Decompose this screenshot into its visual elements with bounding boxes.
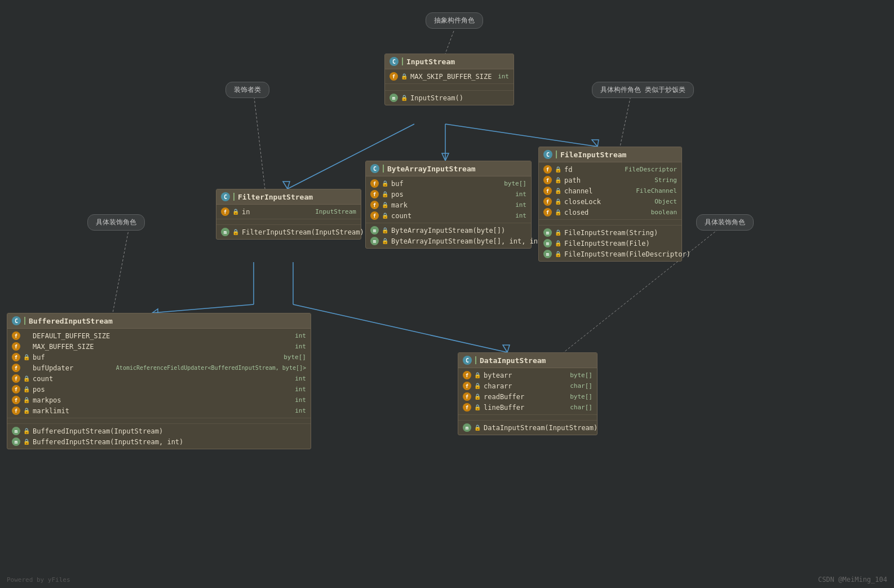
method-name: ByteArrayInputStream(byte[]) bbox=[391, 227, 526, 235]
class-InputStream-header: C InputStream bbox=[385, 54, 514, 69]
lock-icon: 🔒 bbox=[474, 372, 481, 379]
field-row: f 🔒 marklimit int bbox=[7, 405, 311, 416]
watermark2: Powered by yFiles bbox=[7, 576, 70, 583]
field-type: byte[] bbox=[504, 180, 526, 187]
field-name: count bbox=[33, 375, 292, 383]
class-FilterInputStream-fields: f 🔒 in InputStream bbox=[216, 205, 361, 219]
diagram-container: 抽象构件角色 装饰者类 具体构件角色 类似于炒饭类 具体装饰角色 具体装饰角色 … bbox=[0, 0, 894, 588]
method-row: m 🔒 ByteArrayInputStream(byte[], int, in… bbox=[366, 236, 531, 246]
svg-line-13 bbox=[254, 93, 265, 189]
field-row: f 🔒 bytearr byte[] bbox=[458, 370, 597, 381]
class-DataInputStream-name: DataInputStream bbox=[480, 356, 546, 365]
class-InputStream-spacer bbox=[385, 84, 514, 91]
field-icon-f: f bbox=[12, 374, 20, 383]
svg-line-10 bbox=[293, 304, 507, 352]
class-ByteArrayInputStream: C ByteArrayInputStream f 🔒 buf byte[] f … bbox=[365, 161, 532, 249]
field-type: int bbox=[515, 191, 526, 198]
field-row: f 🔒 readBuffer byte[] bbox=[458, 391, 597, 402]
class-FileInputStream-header: C FileInputStream bbox=[539, 147, 681, 162]
method-name: FileInputStream(FileDescriptor) bbox=[564, 250, 691, 258]
label-abstract-role: 抽象构件角色 bbox=[426, 12, 483, 29]
field-icon-f: f bbox=[221, 207, 229, 216]
field-icon-f: f bbox=[370, 211, 379, 220]
class-FilterInputStream-spacer bbox=[216, 219, 361, 225]
method-name: DataInputStream(InputStream) bbox=[484, 424, 598, 432]
field-name: bufUpdater bbox=[33, 364, 113, 372]
field-icon-f: f bbox=[12, 396, 20, 404]
field-name: MAX_BUFFER_SIZE bbox=[33, 343, 292, 351]
method-row: m 🔒 BufferedInputStream(InputStream) bbox=[7, 426, 311, 436]
method-icon-m: m bbox=[390, 94, 398, 102]
class-FilterInputStream-methods: m 🔒 FilterInputStream(InputStream) bbox=[216, 225, 361, 239]
field-name: DEFAULT_BUFFER_SIZE bbox=[33, 332, 292, 340]
label-decorator-class: 装饰者类 bbox=[225, 82, 269, 98]
class-badge-c: C bbox=[12, 316, 21, 325]
class-InputStream-name: InputStream bbox=[406, 58, 455, 66]
class-ByteArrayInputStream-fields: f 🔒 buf byte[] f 🔒 pos int f 🔒 mark int … bbox=[366, 176, 531, 223]
lock-icon: 🔒 bbox=[474, 404, 481, 411]
field-type: int bbox=[295, 407, 306, 414]
method-icon-m: m bbox=[370, 237, 379, 245]
field-name: readBuffer bbox=[484, 393, 567, 401]
badge-divider bbox=[556, 151, 557, 158]
svg-line-7 bbox=[152, 304, 254, 313]
lock-green-icon: 🔒 bbox=[382, 227, 388, 234]
field-icon-f: f bbox=[370, 179, 379, 188]
method-name: InputStream() bbox=[410, 94, 509, 102]
field-row: f 🔒 path String bbox=[539, 175, 681, 185]
lock-icon: 🔒 bbox=[23, 375, 30, 382]
svg-marker-3 bbox=[592, 140, 599, 147]
lock-green-icon: 🔒 bbox=[555, 229, 561, 236]
field-icon-f: f bbox=[390, 72, 398, 81]
field-name: bytearr bbox=[484, 372, 567, 379]
lock-icon: 🔒 bbox=[382, 191, 388, 198]
method-row: m 🔒 DataInputStream(InputStream) bbox=[458, 422, 597, 433]
field-icon-f: f bbox=[12, 331, 20, 340]
field-type: Object bbox=[654, 198, 677, 205]
field-row: f 🔒 closeLock Object bbox=[539, 196, 681, 207]
lock-icon: 🔒 bbox=[382, 180, 388, 187]
field-row: f 🔒 lineBuffer char[] bbox=[458, 402, 597, 413]
method-row: m 🔒 FileInputStream(String) bbox=[539, 227, 681, 238]
class-BufferedInputStream-methods: m 🔒 BufferedInputStream(InputStream) m 🔒… bbox=[7, 424, 311, 449]
class-badge-c: C bbox=[543, 150, 552, 159]
field-type: byte[] bbox=[284, 353, 306, 361]
class-BufferedInputStream: C BufferedInputStream f DEFAULT_BUFFER_S… bbox=[7, 313, 311, 449]
lock-icon: 🔒 bbox=[555, 198, 561, 205]
lock-icon: 🔒 bbox=[23, 397, 30, 404]
field-type: int bbox=[295, 396, 306, 404]
field-row: f DEFAULT_BUFFER_SIZE int bbox=[7, 330, 311, 341]
lock-icon: 🔒 bbox=[555, 209, 561, 216]
field-row: f 🔒 chararr char[] bbox=[458, 381, 597, 391]
lock-green-icon: 🔒 bbox=[382, 238, 388, 245]
field-icon-f: f bbox=[463, 403, 471, 412]
field-icon-f: f bbox=[543, 197, 552, 206]
field-name: closed bbox=[564, 209, 648, 216]
class-badge-c: C bbox=[221, 192, 230, 201]
field-icon-f: f bbox=[543, 187, 552, 195]
class-BufferedInputStream-header: C BufferedInputStream bbox=[7, 313, 311, 329]
field-name: marklimit bbox=[33, 407, 292, 415]
field-row: f 🔒 channel FileChannel bbox=[539, 185, 681, 196]
field-icon-f: f bbox=[463, 371, 471, 379]
field-row: f 🔒 MAX_SKIP_BUFFER_SIZE int bbox=[385, 71, 514, 82]
class-FileInputStream-name: FileInputStream bbox=[560, 151, 626, 159]
lock-green-icon: 🔒 bbox=[555, 251, 561, 258]
method-icon-m: m bbox=[543, 228, 552, 237]
lock-green-icon: 🔒 bbox=[401, 95, 408, 101]
method-row: m 🔒 FilterInputStream(InputStream) bbox=[216, 227, 361, 237]
field-type: boolean bbox=[651, 209, 677, 216]
field-row: f MAX_BUFFER_SIZE int bbox=[7, 341, 311, 352]
field-icon-f: f bbox=[463, 382, 471, 390]
svg-marker-11 bbox=[503, 345, 510, 352]
lock-icon: 🔒 bbox=[401, 73, 408, 80]
method-icon-m: m bbox=[221, 228, 229, 236]
class-FileInputStream-methods: m 🔒 FileInputStream(String) m 🔒 FileInpu… bbox=[539, 226, 681, 261]
class-BufferedInputStream-fields: f DEFAULT_BUFFER_SIZE int f MAX_BUFFER_S… bbox=[7, 329, 311, 418]
lock-icon: 🔒 bbox=[23, 408, 30, 414]
field-name: MAX_SKIP_BUFFER_SIZE bbox=[410, 73, 495, 81]
field-type: char[] bbox=[570, 404, 592, 411]
badge-divider bbox=[475, 356, 476, 364]
field-name: channel bbox=[564, 187, 633, 195]
label-concrete-role: 具体构件角色 类似于炒饭类 bbox=[592, 82, 694, 98]
